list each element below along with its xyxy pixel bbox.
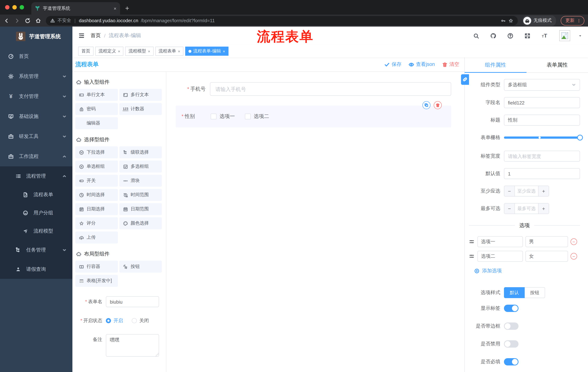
tab-form-props[interactable]: 表单属性 <box>526 57 588 73</box>
default-value-input[interactable] <box>504 168 580 179</box>
palette-item-password[interactable]: 密码 <box>75 103 118 115</box>
minus-button[interactable]: − <box>504 186 515 196</box>
palette-item-editor[interactable]: 编辑器 <box>75 117 118 129</box>
remove-option-button[interactable]: − <box>570 253 577 260</box>
sidebar-item-payment[interactable]: ¥ 支付管理 <box>0 86 73 106</box>
tag-home[interactable]: 首页 <box>78 47 94 56</box>
delete-field-button[interactable] <box>434 101 442 109</box>
palette-item-multi-text[interactable]: 多行文本 <box>119 89 162 101</box>
avatar[interactable] <box>559 30 570 41</box>
minus-button[interactable]: − <box>504 203 515 214</box>
save-button[interactable]: 保存 <box>384 61 401 68</box>
palette-item-radio-group[interactable]: 单选框组 <box>75 160 118 172</box>
component-type-select[interactable]: 多选框组 <box>504 79 580 91</box>
palette-item-time[interactable]: 时间选择 <box>75 189 118 201</box>
sidebar-item-task-mgmt[interactable]: 任务管理 <box>0 240 73 260</box>
incognito-badge[interactable]: 无痕模式 <box>523 15 556 26</box>
sidebar-item-system[interactable]: 系统管理 <box>0 66 73 86</box>
palette-item-upload[interactable]: 上传 <box>75 232 118 244</box>
canvas-field-phone[interactable]: 手机号 <box>176 82 451 96</box>
slider-track[interactable] <box>504 137 580 139</box>
close-icon[interactable]: × <box>178 49 180 53</box>
sidebar-item-home[interactable]: 首页 <box>0 46 73 66</box>
status-radio-on[interactable]: 开启 <box>106 315 123 326</box>
back-icon[interactable] <box>4 18 10 23</box>
close-icon[interactable]: × <box>223 49 225 53</box>
plus-button[interactable]: + <box>538 186 549 196</box>
palette-item-table[interactable]: 表格[开发中] <box>75 275 118 287</box>
remove-option-button[interactable]: − <box>570 238 577 245</box>
question-icon[interactable] <box>507 32 514 39</box>
fullscreen-icon[interactable] <box>524 32 531 39</box>
gender-option-2[interactable]: 选项二 <box>245 113 269 120</box>
drag-handle-icon[interactable] <box>469 253 475 259</box>
grid-slider[interactable] <box>504 132 580 143</box>
search-icon[interactable] <box>473 32 479 39</box>
palette-item-button[interactable]: 按钮 <box>119 261 162 273</box>
sidebar-item-process-model[interactable]: 流程模型 <box>0 222 73 240</box>
bookmark-star-icon[interactable] <box>508 18 514 23</box>
checkbox-box[interactable] <box>211 114 217 119</box>
menu-fold-icon[interactable] <box>78 32 85 39</box>
palette-item-cascader[interactable]: 级联选择 <box>119 146 162 158</box>
palette-item-row[interactable]: 行容器 <box>75 261 118 273</box>
tag-process-def[interactable]: 流程定义× <box>95 47 124 56</box>
text-size-icon[interactable]: TT <box>541 32 548 39</box>
style-button-button[interactable]: 按钮 <box>525 287 545 298</box>
tab-component-props[interactable]: 组件属性 <box>465 57 526 73</box>
copy-field-button[interactable] <box>422 101 430 109</box>
forward-icon[interactable] <box>14 18 20 23</box>
minimize-window-button[interactable] <box>12 5 17 10</box>
link-handle[interactable] <box>461 74 469 85</box>
status-radio-off[interactable]: 关闭 <box>132 315 149 326</box>
tag-process-model[interactable]: 流程模型× <box>125 47 154 56</box>
zoom-window-button[interactable] <box>20 5 24 10</box>
field-name-input[interactable] <box>504 97 580 108</box>
sidebar-item-user-group[interactable]: 用户分组 <box>0 204 73 222</box>
sidebar-item-infra[interactable]: 基础设施 <box>0 106 73 126</box>
new-tab-button[interactable]: + <box>125 4 129 12</box>
close-window-button[interactable] <box>5 5 10 10</box>
form-name-input[interactable] <box>106 296 159 307</box>
address-bar[interactable]: 不安全 | dashboard.yudao.iocoder.cn/bpm/man… <box>46 16 518 25</box>
clear-button[interactable]: 清空 <box>442 61 459 68</box>
close-icon[interactable]: × <box>118 49 120 53</box>
option-2-value-input[interactable] <box>525 251 568 262</box>
phone-input[interactable] <box>210 82 451 96</box>
min-select-placeholder[interactable]: 至少应选 <box>515 186 538 196</box>
checkbox-box[interactable] <box>245 114 251 119</box>
option-1-label-input[interactable] <box>477 236 523 247</box>
palette-item-single-text[interactable]: 单行文本 <box>75 89 118 101</box>
github-icon[interactable] <box>490 32 496 39</box>
palette-item-date[interactable]: 日期选择 <box>75 203 118 215</box>
home-icon[interactable] <box>35 18 41 23</box>
palette-item-checkbox-group[interactable]: 多选框组 <box>119 160 162 172</box>
view-json-button[interactable]: 查看json <box>409 61 435 68</box>
menu-dots-icon[interactable] <box>577 18 581 23</box>
canvas-field-gender-selected[interactable]: 性别 选项一 选项二 <box>176 106 451 128</box>
reload-icon[interactable] <box>25 18 31 23</box>
title-input[interactable] <box>504 115 580 126</box>
security-label[interactable]: 不安全 <box>57 18 71 24</box>
sidebar-item-process-mgmt[interactable]: 流程管理 <box>0 166 73 186</box>
palette-item-time-range[interactable]: 时间范围 <box>119 189 162 201</box>
palette-item-date-range[interactable]: 日期范围 <box>119 203 162 215</box>
browser-tab[interactable]: 芋道管理系统 × <box>31 2 120 15</box>
option-2-label-input[interactable] <box>477 251 523 262</box>
label-width-input[interactable] <box>504 151 580 162</box>
breadcrumb-home[interactable]: 首页 <box>91 32 101 39</box>
drag-handle-icon[interactable] <box>469 239 475 244</box>
style-default-button[interactable]: 默认 <box>504 287 525 298</box>
gender-option-1[interactable]: 选项一 <box>211 113 235 120</box>
min-select-stepper[interactable]: − 至少应选 + <box>504 186 549 197</box>
caret-down-icon[interactable] <box>578 34 582 38</box>
palette-item-switch[interactable]: 开关 <box>75 175 118 187</box>
palette-item-counter[interactable]: 123计数器 <box>119 103 162 115</box>
tab-close-icon[interactable]: × <box>114 6 116 11</box>
show-label-toggle[interactable] <box>504 305 518 312</box>
sidebar-item-devtools[interactable]: 研发工具 <box>0 126 73 146</box>
option-1-value-input[interactable] <box>525 236 568 247</box>
window-controls[interactable] <box>5 5 24 10</box>
slider-handle[interactable] <box>577 135 583 140</box>
palette-item-select[interactable]: 下拉选择 <box>75 146 118 158</box>
